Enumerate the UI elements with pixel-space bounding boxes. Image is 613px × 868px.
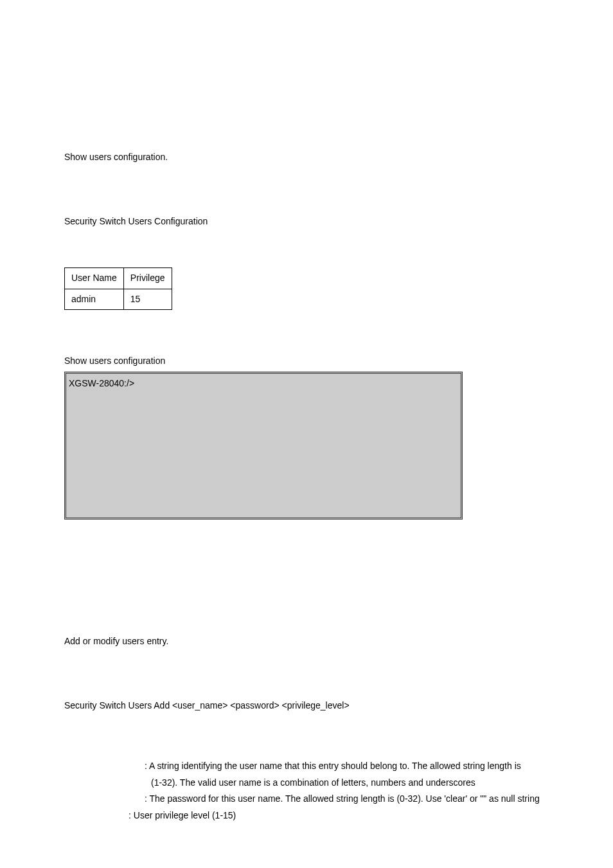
param-privilege: : User privilege level (1-15) xyxy=(64,809,549,822)
table-row: admin 15 xyxy=(65,289,172,310)
table-header-row: User Name Privilege xyxy=(65,268,172,289)
cell-username: admin xyxy=(65,289,124,310)
section1-syntax: Security Switch Users Configuration xyxy=(64,215,549,228)
col-header-privilege: Privilege xyxy=(123,268,172,289)
console-wrapper: XGSW-28040:/> xyxy=(64,372,549,520)
users-table: User Name Privilege admin 15 xyxy=(64,267,172,310)
console-prompt: XGSW-28040:/> xyxy=(69,378,134,388)
users-table-wrapper: User Name Privilege admin 15 xyxy=(64,267,549,310)
section1-description: Show users configuration. xyxy=(64,151,549,164)
example-caption: Show users configuration xyxy=(64,355,549,368)
section2-syntax: Security Switch Users Add <user_name> <p… xyxy=(64,700,549,712)
document-page: Show users configuration. Security Switc… xyxy=(0,151,613,868)
param-username: : A string identifying the user name tha… xyxy=(64,760,549,773)
cell-privilege: 15 xyxy=(123,289,172,310)
section2-description: Add or modify users entry. xyxy=(64,635,549,648)
col-header-username: User Name xyxy=(65,268,124,289)
param-password: : The password for this user name. The a… xyxy=(64,793,549,806)
param-username-cont: (1-32). The valid user name is a combina… xyxy=(64,777,549,790)
parameters-block: : A string identifying the user name tha… xyxy=(64,760,549,822)
console-output: XGSW-28040:/> xyxy=(64,372,463,520)
